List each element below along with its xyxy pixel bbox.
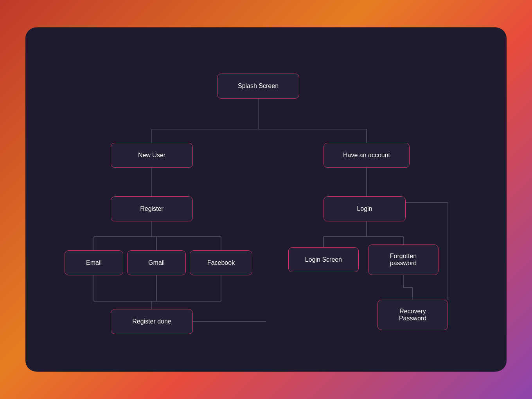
flowchart-canvas: Splash Screen New User Have an account R… [25, 27, 507, 372]
splash-screen-node[interactable]: Splash Screen [217, 74, 299, 99]
recovery-password-node[interactable]: Recovery Password [377, 300, 448, 330]
login-node[interactable]: Login [324, 196, 406, 221]
have-account-node[interactable]: Have an account [324, 143, 410, 168]
register-done-node[interactable]: Register done [111, 309, 193, 334]
gmail-node[interactable]: Gmail [127, 250, 186, 275]
login-screen-node[interactable]: Login Screen [288, 247, 359, 272]
email-node[interactable]: Email [65, 250, 123, 275]
forgotten-password-node[interactable]: Forgotten password [368, 244, 439, 275]
facebook-node[interactable]: Facebook [190, 250, 252, 275]
new-user-node[interactable]: New User [111, 143, 193, 168]
register-node[interactable]: Register [111, 196, 193, 221]
